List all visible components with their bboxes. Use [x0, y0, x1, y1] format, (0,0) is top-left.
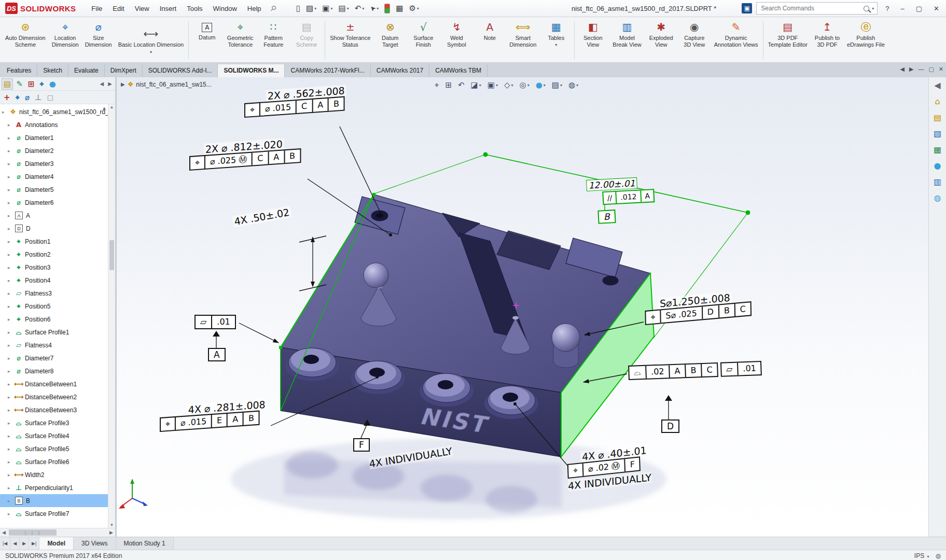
custom-properties-icon[interactable]: ▥ [934, 177, 941, 187]
smart-dimension-button[interactable]: ⟺Smart Dimension [506, 18, 539, 62]
menu-view[interactable]: View [130, 3, 155, 14]
surface-finish-button[interactable]: √Surface Finish [407, 18, 440, 62]
gdt-callout-flatness[interactable]: ▱.01 [194, 315, 236, 329]
taskpane-collapse-icon[interactable]: ◀ [934, 80, 940, 90]
3d-pdf-template-editor-button[interactable]: ▤3D PDF Template Editor [765, 18, 811, 62]
menu-file[interactable]: File [86, 3, 107, 14]
hide-show-items-button[interactable]: ◎▾ [517, 79, 532, 91]
solidworks-resources-badge[interactable]: ▣ [742, 3, 752, 13]
scroll-up-icon[interactable]: ▲ [108, 105, 115, 109]
command-tab-camworks-2017[interactable]: CAMWorks 2017 [371, 64, 429, 77]
view-palette-icon[interactable]: ▦ [934, 145, 941, 155]
status-globe-icon[interactable]: ◍ [936, 552, 941, 559]
solidworks-resources-icon[interactable]: ⌂ [935, 96, 940, 106]
datum-target-button[interactable]: ⊗Datum Target [373, 18, 407, 62]
solidworks-forum-icon[interactable]: ◍ [934, 193, 941, 203]
datum-flag-a[interactable]: A [208, 348, 226, 361]
scroll-left-icon[interactable]: ◀ [0, 530, 8, 535]
gdt-callout-1200[interactable]: 12.00±.01 ∕∕.012A [586, 176, 655, 206]
datum-flag-d[interactable]: D [661, 419, 679, 433]
displaymanager-tab[interactable]: ● [48, 79, 58, 89]
command-tab-solidworks-add-i[interactable]: SOLIDWORKS Add-I... [143, 64, 218, 77]
tab-scroll-left-icon[interactable]: ◀ [900, 66, 904, 73]
pattern-feature-button[interactable]: ∷Pattern Feature [257, 18, 290, 62]
tree-item-position3[interactable]: ▸⌖Position3 [0, 261, 115, 274]
section-view-button[interactable]: ◪▾ [468, 79, 484, 91]
tree-item-diameter4[interactable]: ▸⌀Diameter4 [0, 170, 115, 183]
dimxpert-geometric-tolerance[interactable]: ◻ [46, 92, 55, 103]
help-button[interactable]: ? [882, 4, 893, 13]
section-view-button[interactable]: ◧Section View [576, 18, 609, 62]
doc-close-icon[interactable]: ✕ [939, 66, 943, 73]
tree-item-surface-profile6[interactable]: ▸⌓Surface Profile6 [0, 455, 115, 468]
flyout-tree-header[interactable]: ▶ ❖ nist_ftc_06_asme1_sw15... [121, 80, 212, 88]
tree-item-surface-profile4[interactable]: ▸⌓Surface Profile4 [0, 429, 115, 442]
tree-item-a[interactable]: ▸AA [0, 209, 115, 222]
doc-restore-icon[interactable]: ▢ [928, 66, 934, 73]
publish-to-3d-pdf-button[interactable]: ↥Publish to 3D PDF [811, 18, 844, 62]
dimxpert-auto-dimension[interactable]: + [2, 92, 12, 103]
capture-3d-view-button[interactable]: ◉Capture 3D View [678, 18, 711, 62]
doc-tab-model[interactable]: Model [39, 537, 74, 550]
scrollbar-thumb[interactable] [109, 240, 114, 270]
tree-item-surface-profile7[interactable]: ▸⌓Surface Profile7 [0, 507, 115, 520]
tab-last-icon[interactable]: ▶| [29, 537, 39, 550]
pin-menu-icon[interactable]: ⚲ [268, 4, 278, 13]
tree-item-distancebetween1[interactable]: ▸⟷DistanceBetween1 [0, 377, 115, 390]
tab-first-icon[interactable]: |◀ [0, 537, 10, 550]
configurationmanager-tab[interactable]: ⊞ [26, 79, 36, 89]
search-dropdown-icon[interactable]: ▾ [872, 6, 874, 11]
tree-item-b[interactable]: ▸BB [0, 494, 115, 507]
feature-control-frame[interactable]: ▱.01 [194, 315, 236, 329]
panel-scroll-right-icon[interactable]: ▶ [107, 81, 113, 87]
previous-view-button[interactable]: ↶ [455, 79, 467, 91]
tree-item-surface-profile1[interactable]: ▸⌓Surface Profile1 [0, 326, 115, 339]
appearances-scenes-icon[interactable]: ● [934, 161, 941, 171]
minimize-button[interactable]: – [897, 4, 908, 13]
tree-horizontal-scrollbar[interactable]: ◀ ❘ ❘ ❘ ▶ [0, 528, 115, 537]
tree-item-diameter1[interactable]: ▸⌀Diameter1 [0, 131, 115, 144]
tree-item-width2[interactable]: ▸⟷Width2 [0, 468, 115, 481]
location-dimension-button[interactable]: ⌖Location Dimension [49, 18, 82, 62]
tree-item-position1[interactable]: ▸⌖Position1 [0, 235, 115, 248]
note-button[interactable]: ANote [473, 18, 506, 62]
view-orientation-button[interactable]: ▣▾ [485, 79, 500, 91]
rebuild-button[interactable] [382, 3, 393, 15]
datum-flag-f[interactable]: F [353, 438, 370, 452]
command-tab-evaluate[interactable]: Evaluate [68, 64, 105, 77]
panel-scroll-left-icon[interactable]: ◀ [99, 81, 105, 87]
tree-item-flatness3[interactable]: ▸▱Flatness3 [0, 287, 115, 300]
options-button[interactable]: ⚙▾ [406, 3, 421, 14]
tab-prev-icon[interactable]: ◀ [10, 537, 20, 550]
tab-next-icon[interactable]: ▶ [20, 537, 29, 550]
open-button[interactable]: ▨▾ [303, 3, 319, 14]
print-button[interactable]: ▤▾ [336, 3, 351, 14]
tree-item-diameter8[interactable]: ▸⌀Diameter8 [0, 365, 115, 377]
close-button[interactable]: ✕ [930, 4, 943, 13]
propertymanager-tab[interactable]: ✎ [15, 79, 24, 89]
search-input[interactable] [760, 4, 864, 12]
weld-symbol-button[interactable]: ↯Weld Symbol [440, 18, 473, 62]
tree-item-d[interactable]: ▸DD [0, 222, 115, 235]
tree-item-diameter3[interactable]: ▸⌀Diameter3 [0, 157, 115, 170]
new-button[interactable]: ▯ [294, 3, 303, 14]
tree-item-position4[interactable]: ▸⌖Position4 [0, 274, 115, 287]
tree-item-position5[interactable]: ▸⌖Position5 [0, 300, 115, 313]
menu-help[interactable]: Help [242, 3, 267, 14]
tree-root[interactable]: ▸❖nist_ftc_06_asme1_sw1500_rd_ [0, 105, 110, 118]
exploded-view-button[interactable]: ✱Exploded View [645, 18, 678, 62]
tree-item-perpendicularity1[interactable]: ▸⊥Perpendicularity1 [0, 481, 115, 494]
tree-item-distancebetween2[interactable]: ▸⟷DistanceBetween2 [0, 390, 115, 403]
size-dimension-button[interactable]: ⌀Size Dimension [82, 18, 115, 62]
tree-item-flatness4[interactable]: ▸▱Flatness4 [0, 339, 115, 352]
collapse-all-icon[interactable]: ▲ [102, 105, 107, 111]
command-tab-camworks-tbm[interactable]: CAMWorks TBM [429, 64, 488, 77]
view-settings-button[interactable]: ◍▾ [566, 79, 581, 91]
zoom-area-button[interactable]: ⊞ [442, 79, 454, 91]
display-style-button[interactable]: ◇▾ [502, 79, 516, 91]
select-button[interactable]: ➤▾ [367, 4, 381, 13]
basic-location-dimension-button[interactable]: ⟷Basic Location Dimension▾ [115, 18, 187, 62]
copy-scheme-button[interactable]: ▤Copy Scheme [290, 18, 323, 62]
geometric-tolerance-button[interactable]: ⌖Geometric Tolerance [224, 18, 257, 62]
auto-dimension-scheme-button[interactable]: ⊛Auto Dimension Scheme [2, 18, 49, 62]
